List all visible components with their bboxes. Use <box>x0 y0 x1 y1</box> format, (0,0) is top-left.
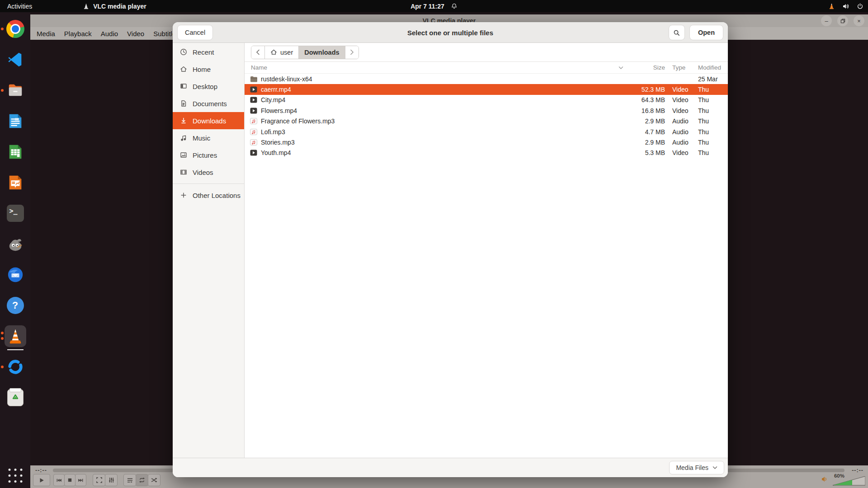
dialog-title: Select one or multiple files <box>173 22 728 43</box>
volume-status-icon[interactable] <box>842 3 849 10</box>
sidebar-item-recent[interactable]: Recent <box>173 43 244 61</box>
thunderbird-icon <box>7 266 24 283</box>
volume-slider[interactable] <box>833 476 865 486</box>
sidebar-item-desktop[interactable]: Desktop <box>173 78 244 95</box>
column-type[interactable]: Type <box>668 64 693 71</box>
dock-item-libreoffice-writer[interactable] <box>5 110 26 132</box>
sidebar-item-other-locations[interactable]: Other Locations <box>173 187 244 204</box>
file-row-city-mp4[interactable]: City.mp4 64.3 MB Video Thu <box>245 95 728 105</box>
breadcrumb-user[interactable]: user <box>265 46 299 59</box>
desktop-icon <box>180 83 187 90</box>
playlist-button[interactable] <box>123 474 136 486</box>
vscode-icon <box>7 51 24 68</box>
column-size[interactable]: Size <box>627 64 668 71</box>
home-icon <box>180 66 187 73</box>
menu-media[interactable]: Media <box>32 27 60 40</box>
minimize-button[interactable]: – <box>821 15 832 26</box>
shuffle-button[interactable] <box>148 474 160 486</box>
open-button[interactable]: Open <box>689 25 723 40</box>
dock-item-help[interactable]: ? <box>5 295 26 316</box>
sidebar-item-music[interactable]: Music <box>173 129 244 146</box>
writer-icon <box>7 113 24 130</box>
column-name[interactable]: Name <box>250 64 267 71</box>
cancel-button[interactable]: Cancel <box>177 25 213 40</box>
activities-button[interactable]: Activities <box>0 0 39 12</box>
file-row-fragrance-of-flowers-mp3[interactable]: Fragrance of Flowers.mp3 2.9 MB Audio Th… <box>245 116 728 127</box>
running-dot <box>1 89 4 92</box>
path-bar: user Downloads <box>245 43 728 62</box>
video-file-icon <box>250 97 257 103</box>
play-button[interactable] <box>33 474 50 486</box>
dock-item-terminal[interactable]: >_ <box>5 202 26 224</box>
next-button[interactable] <box>75 474 86 486</box>
menu-playback[interactable]: Playback <box>60 27 96 40</box>
top-bar: Activities VLC media player Apr 7 11:27 <box>0 0 868 12</box>
sidebar-item-videos[interactable]: Videos <box>173 164 244 181</box>
dock-item-files[interactable] <box>5 80 26 101</box>
column-modified[interactable]: Modified <box>693 64 728 71</box>
menu-audio[interactable]: Audio <box>96 27 123 40</box>
notification-bell-icon[interactable] <box>451 3 458 9</box>
file-filter-dropdown[interactable]: Media Files <box>669 461 724 474</box>
dock-item-libreoffice-calc[interactable] <box>5 141 26 163</box>
power-icon[interactable] <box>857 3 863 9</box>
calc-icon <box>7 143 24 160</box>
video-file-icon <box>250 150 257 156</box>
dock-item-vlc[interactable] <box>5 325 26 347</box>
file-row-lofi-mp3[interactable]: Lofi.mp3 4.7 MB Audio Thu <box>245 127 728 137</box>
help-icon: ? <box>7 297 24 314</box>
fullscreen-button[interactable] <box>93 474 105 486</box>
dock-item-remmina[interactable] <box>5 356 26 378</box>
gimp-icon <box>7 236 24 252</box>
focused-app-indicator[interactable]: VLC media player <box>83 3 146 10</box>
file-row-stories-mp3[interactable]: Stories.mp3 2.9 MB Audio Thu <box>245 137 728 147</box>
search-button[interactable] <box>669 25 685 40</box>
sidebar-item-downloads[interactable]: Downloads <box>173 112 244 129</box>
clock[interactable]: Apr 7 11:27 <box>410 3 444 10</box>
restore-button[interactable] <box>837 15 848 26</box>
path-back-button[interactable] <box>251 46 265 59</box>
chrome-icon <box>6 20 24 38</box>
dialog-footer: Media Files <box>173 458 728 477</box>
menu-video[interactable]: Video <box>123 27 149 40</box>
loop-button[interactable] <box>136 474 148 486</box>
path-forward-button[interactable] <box>345 46 359 59</box>
sort-descending-icon[interactable] <box>618 66 623 70</box>
clock-icon <box>180 48 187 56</box>
close-button[interactable]: × <box>854 15 864 26</box>
picture-icon <box>180 151 187 159</box>
vlc-icon <box>7 328 24 345</box>
dock-item-gimp[interactable] <box>5 233 26 255</box>
dock-item-libreoffice-impress[interactable] <box>5 172 26 193</box>
dock-item-trash[interactable] <box>5 387 26 408</box>
file-row-flowers-mp4[interactable]: Flowers.mp4 16.8 MB Video Thu <box>245 105 728 116</box>
dialog-header: Select one or multiple files Cancel Open <box>173 22 728 43</box>
sidebar-separator <box>173 183 244 184</box>
search-icon <box>673 29 680 36</box>
sidebar-item-documents[interactable]: Documents <box>173 95 244 112</box>
chevron-right-icon <box>350 49 354 55</box>
files-icon <box>7 82 24 99</box>
dock: >_ ? <box>0 12 30 488</box>
tray-vlc-icon[interactable] <box>828 3 835 9</box>
audio-file-icon <box>250 129 257 135</box>
terminal-icon: >_ <box>7 205 24 222</box>
breadcrumb-downloads[interactable]: Downloads <box>299 46 345 59</box>
stop-button[interactable] <box>64 474 75 486</box>
dock-item-vscode[interactable] <box>5 49 26 70</box>
sidebar-item-home[interactable]: Home <box>173 61 244 78</box>
show-applications-button[interactable] <box>8 469 22 483</box>
plus-icon <box>180 192 187 199</box>
file-row-rustdesk-linux-x64[interactable]: rustdesk-linux-x64 25 Mar <box>245 74 728 84</box>
volume-speaker-icon[interactable] <box>821 476 829 483</box>
music-icon <box>180 134 187 141</box>
file-row-youth-mp4[interactable]: Youth.mp4 5.3 MB Video Thu <box>245 148 728 158</box>
dock-item-thunderbird[interactable] <box>5 264 26 286</box>
home-icon <box>270 49 277 56</box>
extended-settings-button[interactable] <box>105 474 118 486</box>
dock-item-chrome[interactable] <box>5 18 26 40</box>
file-row-caerrr-mp4-selected[interactable]: caerrr.mp4 52.3 MB Video Thu <box>245 84 728 94</box>
time-total: --:-- <box>852 467 863 474</box>
previous-button[interactable] <box>53 474 65 486</box>
sidebar-item-pictures[interactable]: Pictures <box>173 146 244 164</box>
